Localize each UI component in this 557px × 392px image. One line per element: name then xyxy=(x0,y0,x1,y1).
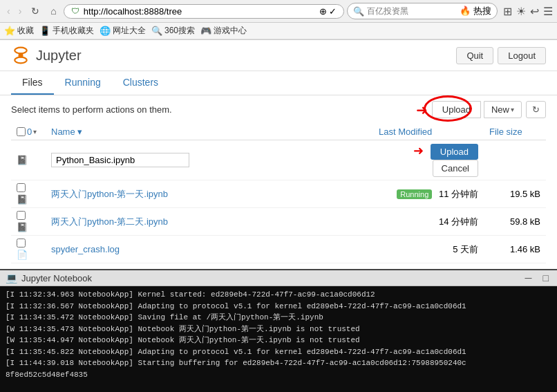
table-row-file-1: 📓 两天入门python-第一天.ipynb Running 11 分钟前 19… xyxy=(11,180,546,208)
back-button[interactable]: ‹ xyxy=(4,4,13,18)
new-button[interactable]: New ▾ xyxy=(484,101,522,118)
table-row-upload: 📓 ➜ Upload Cancel xyxy=(11,140,546,180)
file1-checkbox[interactable] xyxy=(17,183,26,192)
modified-col-header[interactable]: Last Modified xyxy=(373,124,484,140)
tab-files[interactable]: Files xyxy=(11,71,54,95)
history-back-icon: ↩ xyxy=(530,5,539,18)
file2-name-cell: 两天入门python-第二天.ipynb xyxy=(46,208,373,236)
file1-checkbox-cell: 📓 xyxy=(11,180,46,208)
select-all-group: 0 ▾ xyxy=(17,127,40,137)
file2-modified-cell: 14 分钟前 xyxy=(373,208,484,236)
bookmark-sites[interactable]: 🌐 网址大全 xyxy=(100,25,146,37)
logout-button[interactable]: Logout xyxy=(498,47,546,64)
bookmark-label: 游戏中心 xyxy=(214,25,247,37)
notebook-icon-upload: 📓 xyxy=(17,155,28,165)
terminal-controls: ─ □ xyxy=(522,272,551,283)
tab-running[interactable]: Running xyxy=(54,71,112,95)
file3-name-cell: spyder_crash.log xyxy=(46,236,373,263)
file3-link[interactable]: spyder_crash.log xyxy=(51,244,120,254)
file3-checkbox[interactable] xyxy=(17,239,26,248)
quit-button[interactable]: Quit xyxy=(456,47,493,64)
bookmark-label: 手机收藏夹 xyxy=(53,25,94,37)
bookmark-label: 360搜索 xyxy=(164,25,195,37)
name-col-label: Name xyxy=(51,127,75,137)
checked-count: 0 xyxy=(27,127,32,137)
bookmark-360[interactable]: 🔍 360搜索 xyxy=(151,25,195,37)
file-icon-3: 📄 xyxy=(17,250,28,260)
upload-row-size-cell xyxy=(484,140,546,180)
refresh-button[interactable]: ↻ xyxy=(526,101,546,118)
app-title: Jupyter xyxy=(36,48,82,64)
jupyter-logo-icon xyxy=(11,46,30,65)
terminal-line-1: [I 11:32:34.963 NotebookApp] Kernel star… xyxy=(6,289,551,301)
bookmark-games[interactable]: 🎮 游戏中心 xyxy=(200,25,247,37)
jupyter-logo: Jupyter xyxy=(11,46,82,65)
bookmark-label: 网址大全 xyxy=(113,25,146,37)
files-actions: ➜ Upload New ▾ ↻ xyxy=(416,101,546,118)
file1-size-cell: 19.5 kB xyxy=(484,180,546,208)
file1-name-cell: 两天入门python-第一天.ipynb xyxy=(46,180,373,208)
terminal-titlebar: 💻 Jupyter Notebook ─ □ xyxy=(0,270,557,286)
security-icon: 🛡 xyxy=(71,6,79,16)
reload-button[interactable]: ↻ xyxy=(27,4,44,18)
browser-actions: ⊞ ☀ ↩ ☰ xyxy=(503,5,553,18)
file2-link[interactable]: 两天入门python-第二天.ipynb xyxy=(51,216,168,227)
address-bar: 🛡 ⊕ ✓ xyxy=(64,4,345,19)
home-button[interactable]: ⌂ xyxy=(46,4,60,18)
file1-modified: 11 分钟前 xyxy=(439,189,478,199)
terminal-line-7: [I 11:44:39.018 NotebookApp] Starting bu… xyxy=(6,357,551,369)
forward-button[interactable]: › xyxy=(16,4,25,18)
file2-size-cell: 59.8 kB xyxy=(484,208,546,236)
name-col-header[interactable]: Name ▾ xyxy=(46,124,373,140)
files-info-text: Select items to perform actions on them. xyxy=(11,104,172,115)
jupyter-tabs: Files Running Clusters xyxy=(0,71,557,95)
upload-cancel-button[interactable]: Cancel xyxy=(433,160,478,177)
address-input[interactable] xyxy=(84,6,315,17)
file3-size-cell: 1.46 kB xyxy=(484,236,546,263)
file2-checkbox[interactable] xyxy=(17,211,26,220)
browser-chrome: ‹ › ↻ ⌂ 🛡 ⊕ ✓ 🔍 🔥 热搜 ⊞ ☀ ↩ ☰ ⭐ 收藏 📱 手机收藏… xyxy=(0,0,557,40)
select-all-col: 0 ▾ xyxy=(11,124,46,140)
search-360-icon: 🔍 xyxy=(151,26,162,36)
svg-point-2 xyxy=(15,57,27,64)
upload-confirm-button[interactable]: Upload xyxy=(431,144,478,160)
terminal-line-4: [W 11:34:35.473 NotebookApp] Notebook 两天… xyxy=(6,324,551,335)
file-list-table: 0 ▾ Name ▾ Last Modified File size xyxy=(11,124,546,263)
upload-row-name-cell xyxy=(46,140,373,180)
sort-icon: ▾ xyxy=(77,127,82,137)
files-toolbar: Select items to perform actions on them.… xyxy=(11,101,546,118)
file2-modified: 14 分钟前 xyxy=(439,216,478,227)
new-dropdown-icon: ▾ xyxy=(511,106,514,113)
bookmark-favorites[interactable]: ⭐ 收藏 xyxy=(4,25,34,37)
modified-col-label: Last Modified xyxy=(379,127,432,137)
terminal-maximize-button[interactable]: □ xyxy=(540,272,551,283)
file3-modified: 5 天前 xyxy=(453,244,478,254)
terminal-title-text: Jupyter Notebook xyxy=(21,273,92,283)
upload-button[interactable]: Upload xyxy=(432,101,481,118)
size-col-header[interactable]: File size xyxy=(484,124,546,140)
hot-search-label: 🔥 热搜 xyxy=(460,5,491,17)
upload-arrow-icon: ➜ xyxy=(416,102,428,118)
search-bar: 🔍 🔥 热搜 xyxy=(347,3,498,19)
table-header-row: 0 ▾ Name ▾ Last Modified File size xyxy=(11,124,546,140)
file1-link[interactable]: 两天入门python-第一天.ipynb xyxy=(51,189,168,199)
bookmark-mobile[interactable]: 📱 手机收藏夹 xyxy=(39,25,94,37)
terminal-minimize-button[interactable]: ─ xyxy=(522,272,535,283)
upload-row-checkbox-cell: 📓 xyxy=(11,140,46,180)
star-icon: ⭐ xyxy=(4,26,15,36)
select-all-checkbox[interactable] xyxy=(17,127,26,136)
new-button-label: New xyxy=(491,104,509,115)
terminal-line-6: [I 11:35:45.822 NotebookApp] Adapting to… xyxy=(6,346,551,358)
table-row-file-2: 📓 两天入门python-第二天.ipynb 14 分钟前 59.8 kB xyxy=(11,208,546,236)
tab-clusters[interactable]: Clusters xyxy=(112,71,169,95)
terminal-line-8: 8f8ed52c5d48ef4835 xyxy=(6,369,551,381)
upload-row-actions-cell: ➜ Upload Cancel xyxy=(373,140,484,180)
file1-modified-cell: Running 11 分钟前 xyxy=(373,180,484,208)
search-input[interactable] xyxy=(367,6,457,16)
file3-modified-cell: 5 天前 xyxy=(373,236,484,263)
bookmarks-bar: ⭐ 收藏 📱 手机收藏夹 🌐 网址大全 🔍 360搜索 🎮 游戏中心 xyxy=(0,23,557,39)
upload-filename-input[interactable] xyxy=(51,153,189,167)
terminal-line-3: [I 11:34:35.472 NotebookApp] Saving file… xyxy=(6,312,551,324)
notebook-icon-1: 📓 xyxy=(17,194,28,205)
upload-highlight: Upload xyxy=(432,101,481,118)
